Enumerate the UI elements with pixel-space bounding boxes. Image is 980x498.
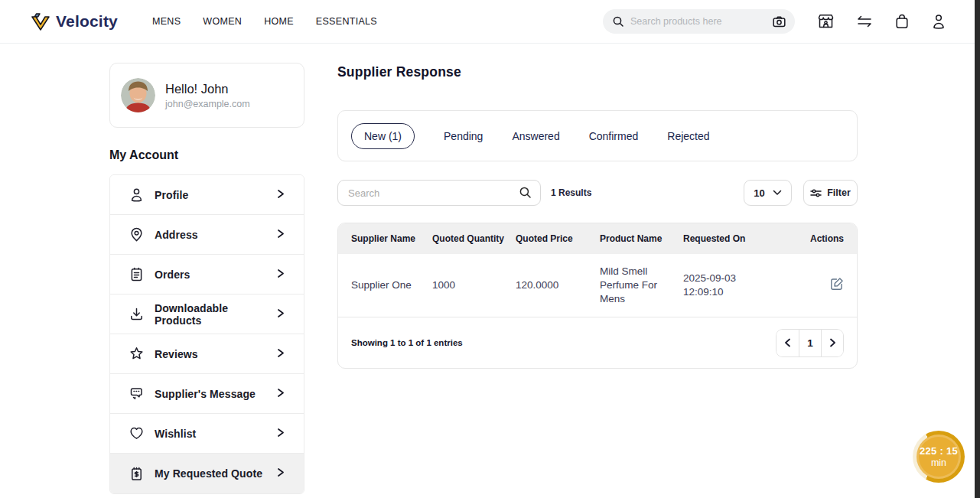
avatar — [121, 78, 155, 112]
nav-item-essentials[interactable]: ESSENTIALS — [316, 16, 377, 27]
sidebar-item-orders[interactable]: Orders — [110, 255, 304, 295]
sidebar-item-downloadable-products[interactable]: Downloadable Products — [110, 295, 304, 334]
pagination-controls: 1 — [776, 329, 844, 357]
chevron-right-icon — [275, 387, 285, 401]
tab-confirmed[interactable]: Confirmed — [589, 130, 639, 142]
map-pin-icon — [129, 227, 144, 242]
cell-quoted-quantity: 1000 — [432, 268, 516, 303]
prev-page-button[interactable] — [777, 330, 799, 356]
sidebar-item-profile[interactable]: Profile — [110, 175, 304, 215]
cell-quoted-price: 120.0000 — [516, 268, 600, 303]
product-search-bar[interactable] — [603, 9, 795, 34]
status-tabs: New (1) Pending Answered Confirmed Rejec… — [337, 110, 858, 161]
table-row: Supplier One 1000 120.0000 Mild Smell Pe… — [338, 254, 857, 317]
timer-unit: min — [931, 457, 946, 468]
timer-value: 225 : 15 — [920, 445, 958, 457]
chevron-right-icon — [275, 188, 285, 202]
page-number-button[interactable]: 1 — [799, 330, 821, 356]
main-nav: MENS WOMEN HOME ESSENTIALS — [152, 16, 377, 27]
chevron-right-icon — [275, 427, 285, 441]
product-search-input[interactable] — [630, 16, 767, 27]
user-icon — [129, 187, 144, 202]
profile-card: Hello! John john@example.com — [109, 63, 304, 128]
chevron-right-icon — [275, 268, 285, 282]
cell-supplier-name: Supplier One — [351, 268, 432, 303]
search-icon — [519, 186, 532, 199]
table-header-row: Supplier Name Quoted Quantity Quoted Pri… — [338, 223, 857, 254]
main-content: Supplier Response New (1) Pending Answer… — [337, 64, 858, 369]
per-page-select[interactable]: 10 — [744, 180, 792, 206]
account-menu: Profile Address Orders — [109, 174, 304, 494]
user-email: john@example.com — [165, 99, 250, 109]
nav-item-women[interactable]: WOMEN — [203, 16, 242, 27]
sidebar-item-label: Profile — [155, 189, 265, 201]
sidebar-item-reviews[interactable]: Reviews — [110, 334, 304, 374]
tab-new[interactable]: New (1) — [351, 123, 415, 149]
table-search — [337, 180, 541, 206]
compare-icon[interactable] — [857, 15, 872, 28]
cell-actions — [798, 266, 844, 305]
cell-requested-on: 2025-09-03 12:09:10 — [683, 261, 798, 310]
camera-icon[interactable] — [773, 16, 786, 28]
chevron-down-icon — [773, 190, 782, 196]
supplier-response-table: Supplier Name Quoted Quantity Quoted Pri… — [337, 223, 858, 369]
bag-icon[interactable] — [895, 14, 909, 29]
sidebar-item-label: My Requested Quote — [155, 467, 265, 480]
heart-icon — [129, 426, 144, 441]
pagination-row: Showing 1 to 1 of 1 entries 1 — [338, 317, 857, 368]
sidebar-item-label: Downloadable Products — [155, 302, 265, 327]
brand-logo[interactable]: Velocity — [31, 12, 118, 31]
tab-rejected[interactable]: Rejected — [667, 130, 709, 142]
per-page-value: 10 — [754, 187, 764, 199]
sidebar-item-label: Reviews — [155, 348, 265, 360]
sidebar-item-label: Supplier's Message — [155, 388, 265, 400]
sidebar-item-label: Address — [155, 229, 265, 241]
entries-summary: Showing 1 to 1 of 1 entries — [351, 338, 463, 347]
sidebar-item-label: Wishlist — [155, 428, 265, 440]
col-quoted-quantity: Quoted Quantity — [432, 233, 516, 244]
greeting: Hello! John — [165, 82, 250, 96]
edit-icon[interactable] — [830, 277, 844, 291]
search-icon — [612, 15, 624, 28]
sidebar-item-my-requested-quote[interactable]: My Requested Quote — [110, 454, 304, 493]
profile-text: Hello! John john@example.com — [165, 82, 250, 109]
table-search-input[interactable] — [337, 180, 541, 206]
chat-icon — [129, 386, 144, 401]
col-supplier-name: Supplier Name — [351, 233, 432, 244]
nav-item-home[interactable]: HOME — [264, 16, 294, 27]
chevron-right-icon — [275, 228, 285, 242]
nav-item-mens[interactable]: MENS — [152, 16, 181, 27]
account-icon[interactable] — [932, 14, 946, 29]
chevron-right-icon — [275, 347, 285, 361]
sidebar-item-wishlist[interactable]: Wishlist — [110, 414, 304, 454]
store-icon[interactable] — [818, 14, 834, 29]
sidebar-item-address[interactable]: Address — [110, 215, 304, 255]
col-requested-on: Requested On — [683, 233, 798, 244]
sidebar-item-suppliers-message[interactable]: Supplier's Message — [110, 374, 304, 414]
chevron-right-icon — [275, 308, 285, 321]
col-quoted-price: Quoted Price — [516, 233, 600, 244]
chevron-right-icon — [275, 467, 285, 480]
results-count: 1 Results — [551, 187, 591, 198]
sidebar-item-label: Orders — [155, 269, 265, 281]
page-title: Supplier Response — [337, 64, 858, 80]
filter-label: Filter — [827, 187, 851, 198]
download-icon — [129, 307, 144, 321]
receipt-dollar-icon — [129, 467, 144, 481]
tab-pending[interactable]: Pending — [444, 130, 483, 142]
top-header: Velocity MENS WOMEN HOME ESSENTIALS — [0, 0, 975, 44]
filter-button[interactable]: Filter — [803, 180, 858, 206]
star-icon — [129, 347, 144, 361]
cell-product-name: Mild Smell Perfume For Mens — [600, 254, 683, 317]
col-actions: Actions — [798, 233, 844, 244]
tab-answered[interactable]: Answered — [512, 130, 559, 142]
session-timer-badge[interactable]: 225 : 15 min — [913, 431, 965, 483]
vertical-scrollbar[interactable] — [975, 0, 980, 498]
account-sidebar: Hello! John john@example.com My Account … — [109, 63, 304, 494]
clipboard-icon — [129, 267, 144, 282]
header-action-icons — [818, 14, 946, 29]
page: Velocity MENS WOMEN HOME ESSENTIALS — [0, 0, 980, 498]
table-toolbar: 1 Results 10 Filter — [337, 180, 858, 206]
next-page-button[interactable] — [821, 330, 843, 356]
sidebar-section-title: My Account — [109, 148, 304, 162]
